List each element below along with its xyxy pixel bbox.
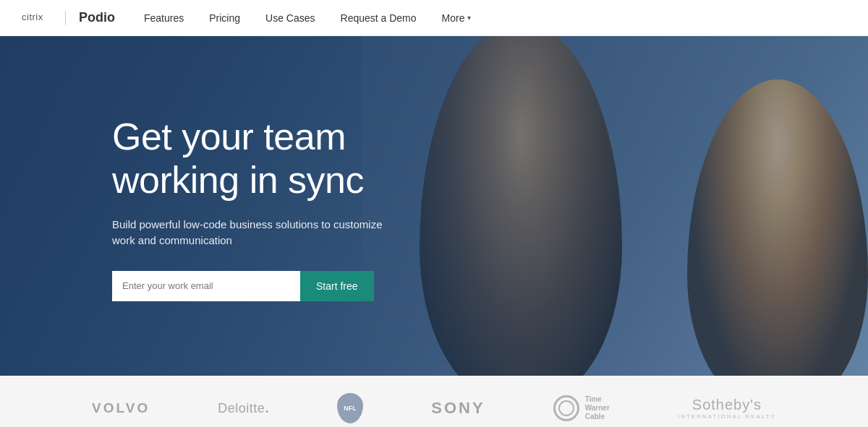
logo-nfl: NFL <box>337 393 363 423</box>
nav-item-pricing[interactable]: Pricing <box>209 12 240 25</box>
sony-text: SONY <box>431 399 485 418</box>
svg-text:citrix: citrix <box>22 12 43 22</box>
sothebys-main-text: Sotheby's <box>678 397 776 413</box>
hero-content: Get your team working in sync Build powe… <box>112 116 387 301</box>
nav-link-use-cases[interactable]: Use Cases <box>265 12 315 24</box>
deloitte-text: Deloitte. <box>218 401 269 416</box>
nav-link-demo[interactable]: Request a Demo <box>341 12 417 24</box>
citrix-logo: citrix <box>22 9 52 26</box>
nfl-text: NFL <box>344 405 357 412</box>
nav-links: Features Pricing Use Cases Request a Dem… <box>144 12 471 25</box>
nav-link-features[interactable]: Features <box>144 12 184 24</box>
logo-sony: SONY <box>431 399 485 418</box>
chevron-down-icon: ▾ <box>467 14 471 22</box>
logo-volvo: VOLVO <box>92 400 150 416</box>
start-free-button[interactable]: Start free <box>300 271 374 301</box>
hero-title: Get your team working in sync <box>112 116 387 202</box>
nav-link-more[interactable]: More ▾ <box>442 12 472 24</box>
brand-logo: citrix Podio <box>22 9 115 26</box>
time-warner-circle-icon <box>553 395 579 421</box>
hero-form: Start free <box>112 271 387 301</box>
logo-sothebys: Sotheby's INTERNATIONAL REALTY <box>678 397 776 420</box>
hero-section: Get your team working in sync Build powe… <box>0 36 868 376</box>
hero-subtitle: Build powerful low-code business solutio… <box>112 217 387 249</box>
nav-link-pricing[interactable]: Pricing <box>209 12 240 24</box>
sothebys-sub-text: INTERNATIONAL REALTY <box>678 413 776 420</box>
volvo-text: VOLVO <box>92 400 150 416</box>
email-input[interactable] <box>112 271 300 301</box>
podio-brand-text: Podio <box>79 10 115 25</box>
logo-deloitte: Deloitte. <box>218 401 269 416</box>
nav-item-features[interactable]: Features <box>144 12 184 25</box>
logos-section: VOLVO Deloitte. NFL SONY TimeWarnerCable… <box>0 376 868 427</box>
nav-item-use-cases[interactable]: Use Cases <box>265 12 315 25</box>
time-warner-text: TimeWarnerCable <box>585 395 610 421</box>
nav-item-more[interactable]: More ▾ <box>442 12 472 24</box>
nfl-shield-icon: NFL <box>337 393 363 423</box>
logo-time-warner: TimeWarnerCable <box>553 395 610 421</box>
nav-item-demo[interactable]: Request a Demo <box>341 12 417 25</box>
navbar: citrix Podio Features Pricing Use Cases … <box>0 0 868 36</box>
brand-divider <box>65 11 66 25</box>
